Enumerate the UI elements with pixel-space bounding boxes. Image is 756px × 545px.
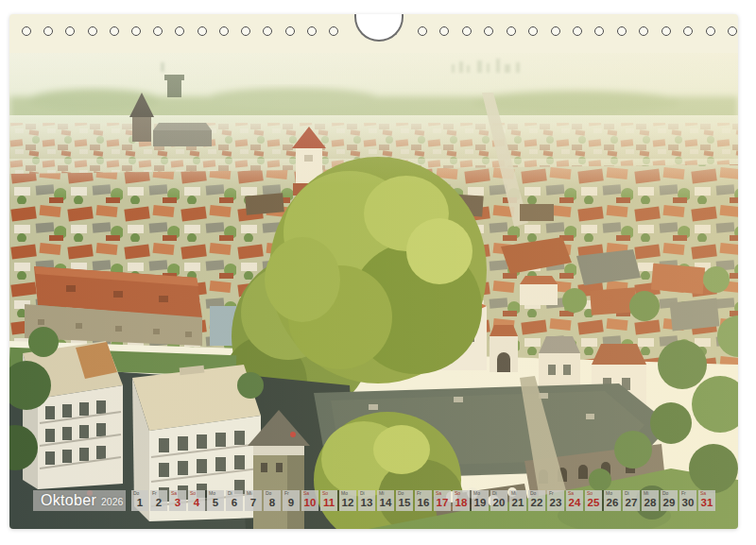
day-number: 9: [283, 497, 300, 509]
day-number: 8: [264, 497, 281, 509]
weekday-abbr: Di: [492, 491, 497, 496]
calendar-sheet: Oktober 2026 Do1Fr2Sa3So4Mo5Di6Mi7Do8Fr9…: [9, 14, 738, 529]
binder-hole: [263, 26, 272, 36]
weekday-abbr: Fr: [681, 491, 686, 496]
weekday-abbr: Mo: [473, 491, 480, 496]
day-number: 19: [472, 497, 489, 509]
day-number: 3: [169, 497, 186, 509]
day-cell-25: So25: [585, 490, 602, 511]
weekday-abbr: Fr: [152, 491, 157, 496]
day-number: 27: [623, 497, 640, 509]
day-number: 7: [245, 497, 262, 509]
binder-hole: [662, 26, 671, 36]
weekday-abbr: Di: [360, 491, 365, 496]
day-strip-days: Do1Fr2Sa3So4Mo5Di6Mi7Do8Fr9Sa10So11Mo12D…: [131, 490, 717, 511]
binder-hole: [706, 26, 715, 36]
weekday-abbr: Sa: [171, 491, 177, 496]
day-number: 28: [642, 497, 659, 509]
weekday-abbr: Do: [133, 491, 139, 496]
binder-hole: [131, 26, 141, 36]
day-cell-5: Mo5: [207, 490, 224, 511]
day-number: 30: [679, 497, 696, 509]
weekday-abbr: Mi: [379, 491, 384, 496]
day-cell-1: Do1: [131, 490, 148, 511]
weekday-abbr: Mi: [247, 491, 251, 496]
day-cell-28: Mi28: [642, 490, 659, 511]
binder-hole: [241, 26, 250, 36]
weekday-abbr: So: [190, 491, 196, 496]
day-cell-11: So11: [320, 490, 337, 511]
binder-hole: [594, 26, 604, 36]
binder-hole: [418, 26, 427, 36]
binder-hole: [43, 26, 53, 36]
day-number: 13: [358, 497, 375, 509]
day-number: 2: [150, 497, 167, 509]
day-cell-13: Di13: [358, 490, 375, 511]
weekday-abbr: Mo: [209, 491, 215, 496]
day-cell-21: Mi21: [509, 490, 526, 511]
day-number: 16: [415, 497, 432, 509]
day-cell-16: Fr16: [415, 490, 432, 511]
year-label: 2026: [101, 492, 123, 512]
day-number: 4: [188, 497, 205, 509]
month-label: Oktober: [41, 490, 96, 510]
binder-hole: [551, 26, 560, 36]
day-number: 24: [566, 497, 583, 509]
day-number: 17: [434, 497, 451, 509]
aerial-photo-scene: [9, 53, 738, 529]
day-cell-20: Di20: [490, 490, 507, 511]
calendar-product-image: Oktober 2026 Do1Fr2Sa3So4Mo5Di6Mi7Do8Fr9…: [0, 0, 756, 545]
binder-hole: [484, 26, 493, 36]
weekday-abbr: Mi: [644, 491, 648, 496]
weekday-abbr: Fr: [284, 491, 289, 496]
binder-hole: [507, 26, 516, 36]
weekday-abbr: Do: [398, 491, 404, 496]
day-number: 29: [661, 497, 678, 509]
weekday-abbr: Sa: [568, 491, 574, 496]
weekday-abbr: Fr: [417, 491, 421, 496]
binder-hole: [639, 26, 648, 36]
binder-hole: [88, 26, 97, 36]
weekday-abbr: Do: [530, 491, 536, 496]
weekday-abbr: So: [455, 491, 460, 496]
day-cell-14: Mi14: [377, 490, 394, 511]
day-cell-27: Di27: [623, 490, 640, 511]
binder-hole: [528, 26, 538, 36]
weekday-abbr: Do: [266, 491, 271, 496]
binder-hole: [617, 26, 627, 36]
weekday-abbr: So: [587, 491, 593, 496]
binder-hole: [22, 26, 31, 36]
day-number: 21: [509, 497, 526, 509]
day-number: 12: [339, 497, 356, 509]
binder-hole: [683, 26, 693, 36]
day-cell-18: So18: [453, 490, 470, 511]
weekday-abbr: Di: [228, 491, 232, 496]
day-cell-15: Do15: [396, 490, 413, 511]
day-cell-29: Do29: [661, 490, 678, 511]
day-cell-2: Fr2: [150, 490, 167, 511]
day-number: 10: [301, 497, 318, 509]
weekday-abbr: Sa: [303, 491, 309, 496]
binder-hole: [219, 26, 229, 36]
weekday-abbr: Fr: [549, 491, 554, 496]
day-cell-26: Mo26: [604, 490, 621, 511]
calendar-date-strip: Oktober 2026 Do1Fr2Sa3So4Mo5Di6Mi7Do8Fr9…: [9, 490, 738, 511]
day-cell-22: Do22: [528, 490, 545, 511]
day-number: 31: [698, 497, 715, 509]
binder-hole: [198, 26, 207, 36]
aerial-town-photo: [9, 53, 738, 529]
day-cell-24: Sa24: [566, 490, 583, 511]
day-cell-23: Fr23: [547, 490, 564, 511]
day-number: 20: [490, 497, 507, 509]
day-number: 14: [377, 497, 394, 509]
weekday-abbr: Mo: [341, 491, 348, 496]
month-title-box: Oktober 2026: [33, 490, 126, 511]
day-cell-31: Sa31: [698, 490, 715, 511]
day-cell-30: Fr30: [679, 490, 696, 511]
day-number: 26: [604, 497, 621, 509]
day-number: 5: [207, 497, 224, 509]
weekday-abbr: Mi: [511, 491, 516, 496]
day-cell-10: Sa10: [301, 490, 318, 511]
binder-hole: [110, 26, 119, 36]
day-cell-6: Di6: [226, 490, 243, 511]
